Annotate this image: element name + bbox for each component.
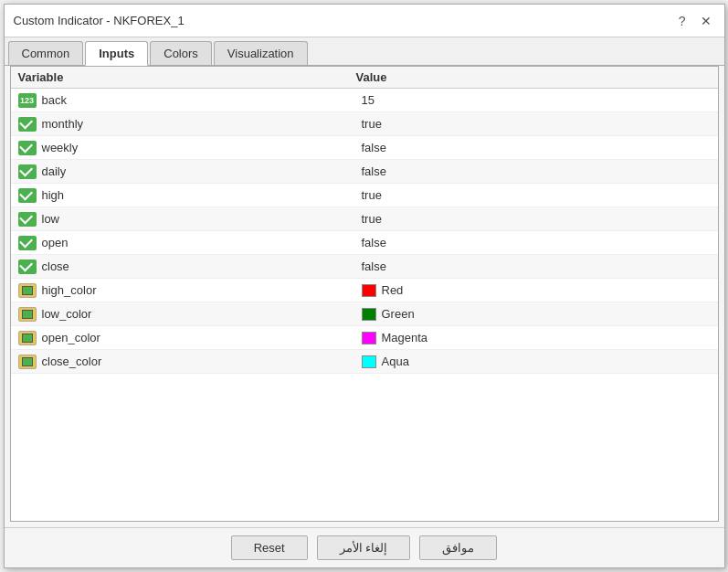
row-value: false (362, 164, 711, 178)
icon-bool (18, 259, 37, 275)
reset-button[interactable]: Reset (231, 535, 308, 560)
close-button[interactable]: ✕ (697, 12, 715, 30)
icon-bool (18, 235, 37, 251)
icon-color (18, 282, 37, 299)
icon-number: 123 (18, 92, 37, 109)
title-bar: Custom Indicator - NKFOREX_1 ? ✕ (5, 5, 724, 37)
row-variable-name: monthly (42, 117, 362, 131)
row-variable-name: open (42, 236, 362, 249)
table-row[interactable]: openfalse (11, 231, 718, 255)
row-value: Aqua (362, 355, 711, 368)
row-value: false (362, 260, 711, 273)
icon-color (18, 330, 37, 346)
row-variable-name: daily (42, 164, 362, 178)
tab-colors[interactable]: Colors (150, 41, 212, 65)
icon-bool (18, 164, 37, 180)
row-variable-name: open_color (42, 331, 362, 344)
table-row[interactable]: close_colorAqua (11, 350, 718, 374)
table-row[interactable]: closefalse (11, 255, 718, 279)
row-variable-name: weekly (42, 141, 362, 154)
color-swatch (362, 308, 376, 321)
color-name: Green (382, 307, 415, 321)
row-value: Red (362, 283, 711, 297)
row-variable-name: low (42, 212, 362, 226)
table-row[interactable]: hightrue (11, 184, 718, 207)
tab-bar: Common Inputs Colors Visualization (5, 37, 724, 66)
row-value: 15 (362, 93, 711, 107)
icon-bool (18, 187, 37, 204)
icon-bool (18, 116, 37, 132)
row-variable-name: high_color (42, 283, 362, 297)
table-row[interactable]: open_colorMagenta (11, 326, 718, 350)
color-swatch (362, 284, 376, 297)
icon-bool (18, 211, 37, 228)
color-name: Aqua (382, 355, 409, 368)
table-row[interactable]: weeklyfalse (11, 136, 718, 160)
ok-button[interactable]: موافق (419, 535, 497, 560)
dialog-title: Custom Indicator - NKFOREX_1 (14, 14, 185, 27)
table-header: Variable Value (11, 67, 718, 89)
color-name: Red (382, 283, 404, 297)
row-variable-name: close_color (42, 355, 362, 368)
table-row[interactable]: high_colorRed (11, 279, 718, 302)
content-area: Variable Value 123back15monthlytrueweekl… (10, 66, 719, 522)
table-row[interactable]: lowtrue (11, 207, 718, 231)
row-value: false (362, 236, 711, 249)
row-variable-name: high (42, 188, 362, 202)
table-body: 123back15monthlytrueweeklyfalsedailyfals… (11, 89, 718, 514)
row-value: Green (362, 307, 711, 321)
row-variable-name: low_color (42, 307, 362, 321)
row-variable-name: back (42, 93, 362, 107)
color-swatch (362, 355, 376, 368)
row-value: true (362, 188, 711, 202)
row-value: true (362, 117, 711, 131)
table-row[interactable]: low_colorGreen (11, 302, 718, 326)
cancel-button[interactable]: إلغاء الأمر (317, 535, 411, 560)
col-value-header: Value (356, 70, 711, 84)
title-bar-buttons: ? ✕ (675, 12, 715, 30)
table-row[interactable]: dailyfalse (11, 160, 718, 184)
icon-bool (18, 140, 37, 156)
color-name: Magenta (382, 331, 428, 344)
icon-color (18, 306, 37, 323)
footer: Reset إلغاء الأمر موافق (5, 527, 724, 567)
tab-inputs[interactable]: Inputs (85, 41, 148, 66)
row-value: true (362, 212, 711, 226)
row-value: Magenta (362, 331, 711, 344)
table-row[interactable]: 123back15 (11, 89, 718, 112)
dialog: Custom Indicator - NKFOREX_1 ? ✕ Common … (4, 4, 725, 568)
row-value: false (362, 141, 711, 154)
row-variable-name: close (42, 260, 362, 273)
tab-visualization[interactable]: Visualization (214, 41, 308, 65)
table-row[interactable]: monthlytrue (11, 112, 718, 136)
help-button[interactable]: ? (675, 12, 690, 30)
col-variable-header: Variable (18, 70, 356, 84)
tab-common[interactable]: Common (8, 41, 84, 65)
color-swatch (362, 332, 376, 344)
icon-color (18, 354, 37, 370)
